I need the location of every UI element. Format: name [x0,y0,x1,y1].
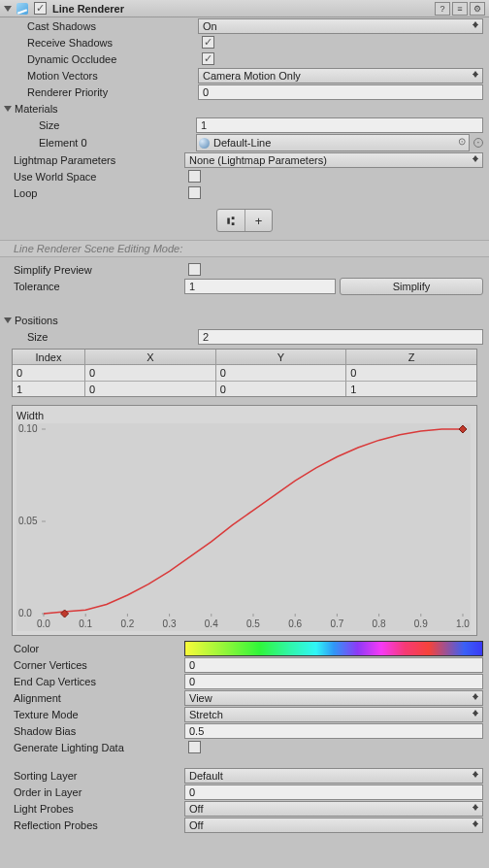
materials-header[interactable]: Materials [0,100,489,117]
lightmap-params-label: Lightmap Parameters [14,154,184,166]
positions-label: Positions [15,315,58,326]
cell-index[interactable]: 0 [13,365,84,381]
svg-text:0.5: 0.5 [246,618,260,629]
positions-size-field[interactable]: 2 [198,329,483,345]
positions-table-header: Index X Y Z [13,350,476,365]
svg-text:0.1: 0.1 [79,618,92,629]
edit-points-button[interactable]: ⑆ [217,210,244,231]
docs-button[interactable]: ? [435,2,450,16]
context-menu-button[interactable]: ⚙ [470,2,485,16]
materials-size-label: Size [39,119,196,131]
reflection-probes-dropdown[interactable]: Off [184,818,483,833]
loop-label: Loop [14,187,184,199]
foldout-icon[interactable] [4,6,12,12]
order-in-layer-row: Order in Layer 0 [0,784,489,800]
reflection-probes-row: Reflection Probes Off [0,817,489,833]
lightmap-params-row: Lightmap Parameters None (Lightmap Param… [0,151,489,168]
cell-index[interactable]: 1 [13,381,84,396]
color-label: Color [14,643,184,654]
width-curve-title: Width [16,410,473,421]
materials-element0-field[interactable]: Default-Line [196,134,470,151]
materials-element0-label: Element 0 [39,137,196,149]
materials-element0-value: Default-Line [213,137,271,149]
width-curve-editor[interactable]: Width 0.00.050.100.00.10.20.30.40.50.60.… [12,405,477,636]
loop-row: Loop [0,184,489,201]
gen-lighting-checkbox[interactable] [188,741,201,753]
svg-text:0.05: 0.05 [18,516,38,526]
cell-z[interactable]: 0 [345,365,476,381]
alignment-dropdown[interactable]: View [184,690,483,706]
texture-mode-label: Texture Mode [14,709,184,720]
motion-vectors-label: Motion Vectors [27,70,198,82]
renderer-priority-field[interactable]: 0 [198,84,483,100]
tolerance-field[interactable]: 1 [184,279,336,294]
endcap-verts-label: End Cap Vertices [14,676,184,687]
gen-lighting-label: Generate Lighting Data [14,742,184,753]
foldout-icon[interactable] [4,317,12,323]
inspector-component: Line Renderer ? ≡ ⚙ Cast Shadows On Rece… [0,0,489,851]
foldout-icon[interactable] [4,106,12,112]
shadow-bias-field[interactable]: 0.5 [184,723,483,739]
materials-label: Materials [15,103,58,115]
alignment-label: Alignment [14,692,184,704]
cell-x[interactable]: 0 [84,365,215,381]
cell-y[interactable]: 0 [215,381,346,396]
motion-vectors-dropdown[interactable]: Camera Motion Only [198,68,483,83]
receive-shadows-checkbox[interactable] [202,36,214,49]
svg-text:0.0: 0.0 [18,608,32,618]
use-world-space-checkbox[interactable] [188,170,201,183]
component-enabled-checkbox[interactable] [34,2,47,15]
col-header-z[interactable]: Z [345,350,476,365]
material-ball-icon [199,138,210,149]
order-in-layer-label: Order in Layer [14,786,184,798]
svg-text:0.2: 0.2 [120,618,134,629]
col-header-y[interactable]: Y [215,350,346,365]
receive-shadows-label: Receive Shadows [27,37,198,49]
loop-checkbox[interactable] [188,186,201,199]
edit-mode-toolbar: ⑆ + [0,201,489,240]
sorting-layer-dropdown[interactable]: Default [184,768,483,784]
endcap-verts-field[interactable]: 0 [184,674,483,689]
cell-y[interactable]: 0 [215,365,346,381]
texture-mode-dropdown[interactable]: Stretch [184,707,483,722]
positions-header[interactable]: Positions [0,312,489,328]
svg-text:0.3: 0.3 [163,618,177,629]
width-curve-graph[interactable]: 0.00.050.100.00.10.20.30.40.50.60.70.80.… [16,423,471,631]
col-header-x[interactable]: X [84,350,215,365]
order-in-layer-field[interactable]: 0 [184,785,483,800]
preset-button[interactable]: ≡ [452,2,468,16]
component-header[interactable]: Line Renderer ? ≡ ⚙ [0,0,489,17]
simplify-preview-row: Simplify Preview [0,261,489,278]
col-header-index[interactable]: Index [13,350,84,365]
use-world-space-row: Use World Space [0,168,489,184]
cast-shadows-dropdown[interactable]: On [198,18,483,34]
add-point-button[interactable]: + [244,210,272,231]
svg-text:0.7: 0.7 [330,618,343,629]
object-picker-button[interactable] [473,138,483,148]
light-probes-dropdown[interactable]: Off [184,801,483,817]
lightmap-params-dropdown[interactable]: None (Lightmap Parameters) [184,152,483,168]
positions-size-label: Size [27,331,198,343]
line-renderer-icon [15,1,30,17]
light-probes-row: Light Probes Off [0,800,489,817]
cell-x[interactable]: 0 [84,381,215,396]
simplify-preview-label: Simplify Preview [14,264,184,276]
svg-rect-0 [16,423,471,631]
color-gradient-field[interactable] [184,641,483,656]
materials-element0-row: Element 0 Default-Line [0,133,489,151]
cell-z[interactable]: 1 [345,381,476,396]
corner-verts-row: Corner Vertices 0 [0,656,489,673]
alignment-row: Alignment View [0,689,489,706]
cast-shadows-label: Cast Shadows [27,20,198,32]
corner-verts-field[interactable]: 0 [184,657,483,673]
dynamic-occludee-checkbox[interactable] [202,52,214,65]
table-row: 1 0 0 1 [13,381,476,396]
materials-size-field[interactable]: 1 [196,117,483,133]
simplify-button[interactable]: Simplify [340,278,483,295]
positions-size-row: Size 2 [0,328,489,345]
svg-text:1.0: 1.0 [456,618,470,629]
simplify-preview-checkbox[interactable] [188,263,201,276]
svg-text:0.10: 0.10 [18,423,38,434]
renderer-priority-label: Renderer Priority [27,86,198,98]
tolerance-row: Tolerance 1 Simplify [0,278,489,294]
